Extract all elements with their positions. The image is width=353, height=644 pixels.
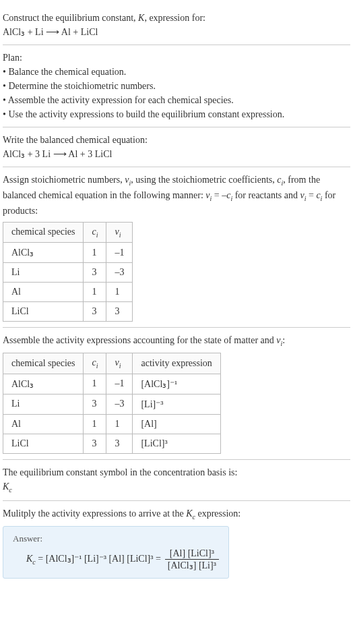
cell-species: Al xyxy=(3,283,84,302)
cell-vi: –1 xyxy=(106,243,133,263)
table-row: AlCl₃ 1 –1 xyxy=(3,243,133,263)
cell-ci: 1 xyxy=(84,283,106,302)
col-vi: νi xyxy=(106,222,133,243)
unbalanced-equation: AlCl₃ + Li ⟶ Al + LiCl xyxy=(3,25,350,39)
cell-vi: 1 xyxy=(106,414,133,434)
plan-bullet-1: • Balance the chemical equation. xyxy=(3,65,350,79)
cell-vi: –1 xyxy=(106,374,133,394)
cell-vi: 3 xyxy=(106,302,133,322)
cell-species: LiCl xyxy=(3,434,84,453)
cell-expr: [AlCl₃]⁻¹ xyxy=(133,374,220,394)
col-species: chemical species xyxy=(3,222,84,243)
answer-box: Answer: Kc = [AlCl₃]⁻¹ [Li]⁻³ [Al] [LiCl… xyxy=(3,526,229,579)
balanced-equation: AlCl₃ + 3 Li ⟶ Al + 3 LiCl xyxy=(3,147,350,161)
stoich-table: chemical species ci νi AlCl₃ 1 –1 Li 3 –… xyxy=(3,222,133,322)
cell-expr: [Li]⁻³ xyxy=(133,394,220,414)
cell-species: Al xyxy=(3,414,84,434)
cell-species: AlCl₃ xyxy=(3,374,84,394)
cell-vi: –3 xyxy=(106,263,133,283)
col-ci: ci xyxy=(84,222,106,243)
activity-section: Assemble the activity expressions accoun… xyxy=(3,328,350,460)
kc-symbol: Kc xyxy=(3,479,350,495)
table-row: Al 1 1 xyxy=(3,283,133,302)
table-row: LiCl 3 3 [LiCl]³ xyxy=(3,434,221,453)
construct-prompt: Construct the equilibrium constant, K, e… xyxy=(3,11,350,25)
table-header-row: chemical species ci νi xyxy=(3,222,133,243)
balanced-title: Write the balanced chemical equation: xyxy=(3,133,350,147)
cell-ci: 3 xyxy=(84,434,106,453)
table-row: AlCl₃ 1 –1 [AlCl₃]⁻¹ xyxy=(3,374,221,394)
activity-table: chemical species ci νi activity expressi… xyxy=(3,353,221,454)
answer-label: Answer: xyxy=(13,533,219,544)
cell-expr: [Al] xyxy=(133,414,220,434)
cell-vi: 1 xyxy=(106,283,133,302)
cell-species: LiCl xyxy=(3,302,84,322)
symbol-section: The equilibrium constant symbol in the c… xyxy=(3,460,350,501)
cell-ci: 3 xyxy=(84,302,106,322)
table-row: Li 3 –3 [Li]⁻³ xyxy=(3,394,221,414)
table-row: Al 1 1 [Al] xyxy=(3,414,221,434)
col-species: chemical species xyxy=(3,353,84,374)
plan-bullet-3: • Assemble the activity expression for e… xyxy=(3,93,350,107)
cell-species: Li xyxy=(3,394,84,414)
cell-ci: 1 xyxy=(84,243,106,263)
table-header-row: chemical species ci νi activity expressi… xyxy=(3,353,221,374)
table-row: LiCl 3 3 xyxy=(3,302,133,322)
table-row: Li 3 –3 xyxy=(3,263,133,283)
cell-ci: 3 xyxy=(84,394,106,414)
cell-expr: [LiCl]³ xyxy=(133,434,220,453)
plan-bullet-2: • Determine the stoichiometric numbers. xyxy=(3,79,350,93)
col-expr: activity expression xyxy=(133,353,220,374)
stoich-intro: Assign stoichiometric numbers, νi, using… xyxy=(3,173,350,218)
cell-ci: 3 xyxy=(84,263,106,283)
header-section: Construct the equilibrium constant, K, e… xyxy=(3,5,350,45)
cell-vi: –3 xyxy=(106,394,133,414)
balanced-section: Write the balanced chemical equation: Al… xyxy=(3,127,350,167)
final-section: Mulitply the activity expressions to arr… xyxy=(3,501,350,584)
cell-ci: 1 xyxy=(84,374,106,394)
stoich-section: Assign stoichiometric numbers, νi, using… xyxy=(3,167,350,328)
fraction-numerator: [Al] [LiCl]³ xyxy=(165,548,219,560)
symbol-text: The equilibrium constant symbol in the c… xyxy=(3,465,350,479)
kc-expression: Kc = [AlCl₃]⁻¹ [Li]⁻³ [Al] [LiCl]³ = [Al… xyxy=(13,548,219,571)
cell-vi: 3 xyxy=(106,434,133,453)
plan-bullet-4: • Use the activity expressions to build … xyxy=(3,107,350,121)
cell-species: AlCl₃ xyxy=(3,243,84,263)
kc-fraction: [Al] [LiCl]³ [AlCl₃] [Li]³ xyxy=(165,548,219,571)
final-text: Mulitply the activity expressions to arr… xyxy=(3,506,350,522)
plan-section: Plan: • Balance the chemical equation. •… xyxy=(3,45,350,127)
activity-intro: Assemble the activity expressions accoun… xyxy=(3,333,350,349)
cell-species: Li xyxy=(3,263,84,283)
plan-title: Plan: xyxy=(3,51,350,65)
kc-lhs: Kc = [AlCl₃]⁻¹ [Li]⁻³ [Al] [LiCl]³ = xyxy=(26,553,161,566)
col-ci: ci xyxy=(84,353,106,374)
fraction-denominator: [AlCl₃] [Li]³ xyxy=(165,560,219,571)
cell-ci: 1 xyxy=(84,414,106,434)
col-vi: νi xyxy=(106,353,133,374)
